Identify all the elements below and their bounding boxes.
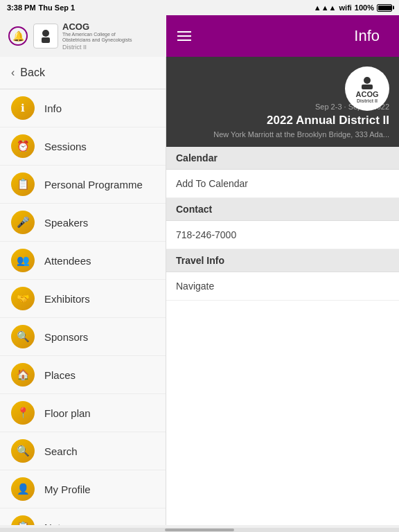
sidebar-item-personal-programme[interactable]: 📋 Personal Programme xyxy=(0,166,166,204)
speakers-label: Speakers xyxy=(44,217,88,229)
section-item-718-246-7000[interactable]: 718-246-7000 xyxy=(166,221,399,249)
floor-plan-icon: 📍 xyxy=(11,401,35,425)
sidebar-item-search[interactable]: 🔍 Search xyxy=(0,432,166,470)
status-day: Thu Sep 1 xyxy=(39,3,76,12)
bell-icon[interactable]: 🔔 xyxy=(8,26,28,46)
sidebar-item-places[interactable]: 🏠 Places xyxy=(0,356,166,394)
notes-label: Notes xyxy=(44,522,71,526)
acog-logo xyxy=(33,24,58,48)
svg-rect-1 xyxy=(42,37,50,43)
info-sections-container: CalendarAdd To CalendarContact718-246-70… xyxy=(166,147,399,301)
event-location: New York Marriott at the Brooklyn Bridge… xyxy=(213,130,389,139)
sidebar-item-info[interactable]: ℹ Info xyxy=(0,89,166,127)
sidebar-item-speakers[interactable]: 🎤 Speakers xyxy=(0,204,166,242)
acog-logo-area: ACOG The American College ofObstetrician… xyxy=(33,21,132,51)
hamburger-menu[interactable] xyxy=(177,31,191,41)
battery-text: 100% xyxy=(355,3,374,12)
header-right: Info xyxy=(166,15,399,57)
attendees-label: Attendees xyxy=(44,255,91,267)
back-arrow-icon: ‹ xyxy=(11,66,15,79)
floor-plan-label: Floor plan xyxy=(44,407,91,419)
sidebar-item-my-profile[interactable]: 👤 My Profile xyxy=(0,470,166,508)
exhibitors-label: Exhibitors xyxy=(44,293,90,305)
places-label: Places xyxy=(44,369,76,381)
battery-icon xyxy=(377,4,392,12)
section-header-travel-info: Travel Info xyxy=(166,249,399,272)
logo-text-area: ACOG The American College ofObstetrician… xyxy=(62,21,132,51)
section-item-add-to-calendar[interactable]: Add To Calendar xyxy=(166,170,399,198)
district-label: District II xyxy=(62,44,132,51)
right-panel: ACOG District II Sep 2-3 · Sep 2, 2022 2… xyxy=(166,57,399,525)
exhibitors-icon: 🤝 xyxy=(11,287,35,310)
places-icon: 🏠 xyxy=(11,363,35,387)
sidebar-item-exhibitors[interactable]: 🤝 Exhibitors xyxy=(0,280,166,318)
header-left: 🔔 ACOG The American College ofObstetrici… xyxy=(0,15,166,57)
personal-programme-icon: 📋 xyxy=(11,172,35,196)
info-label: Info xyxy=(44,103,62,114)
search-icon: 🔍 xyxy=(11,439,35,463)
back-button[interactable]: ‹ Back xyxy=(0,57,166,89)
top-header: 🔔 ACOG The American College ofObstetrici… xyxy=(0,15,399,57)
svg-point-2 xyxy=(364,77,371,84)
sidebar-item-attendees[interactable]: 👥 Attendees xyxy=(0,242,166,280)
sidebar-item-floor-plan[interactable]: 📍 Floor plan xyxy=(0,394,166,432)
section-header-calendar: Calendar xyxy=(166,147,399,170)
sponsors-label: Sponsors xyxy=(44,331,88,343)
logo-title: ACOG xyxy=(62,21,132,32)
scroll-indicator xyxy=(0,528,399,532)
header-title: Info xyxy=(354,27,388,45)
sidebar-items-container: ℹ Info ⏰ Sessions 📋 Personal Programme 🎤… xyxy=(0,89,166,525)
acog-svg xyxy=(36,26,55,46)
sidebar-item-notes[interactable]: 📋 Notes xyxy=(0,508,166,525)
badge-subtitle: District II xyxy=(357,98,378,103)
signal-icon: ▲▲▲ xyxy=(314,3,337,12)
content-area: ‹ Back ℹ Info ⏰ Sessions 📋 Personal Prog… xyxy=(0,57,399,525)
my-profile-label: My Profile xyxy=(44,484,91,495)
my-profile-icon: 👤 xyxy=(11,477,35,501)
speakers-icon: 🎤 xyxy=(11,211,35,234)
sessions-icon: ⏰ xyxy=(11,134,35,158)
svg-rect-3 xyxy=(362,85,373,89)
badge-title: ACOG xyxy=(356,90,379,98)
sidebar-item-sponsors[interactable]: 🔍 Sponsors xyxy=(0,318,166,356)
event-header: ACOG District II Sep 2-3 · Sep 2, 2022 2… xyxy=(166,57,399,147)
info-icon: ℹ xyxy=(11,96,35,120)
logo-sub: The American College ofObstetricians and… xyxy=(62,32,132,44)
svg-point-0 xyxy=(42,30,49,37)
section-header-contact: Contact xyxy=(166,198,399,221)
status-time: 3:38 PM xyxy=(7,3,36,12)
status-bar: 3:38 PM Thu Sep 1 ▲▲▲ wifi 100% xyxy=(0,0,399,15)
acog-badge: ACOG District II xyxy=(345,66,389,111)
event-name: 2022 Annual District II xyxy=(267,114,389,127)
sidebar-item-sessions[interactable]: ⏰ Sessions xyxy=(0,127,166,166)
search-label: Search xyxy=(44,445,78,457)
sidebar: ‹ Back ℹ Info ⏰ Sessions 📋 Personal Prog… xyxy=(0,57,166,525)
scroll-bar xyxy=(165,529,234,531)
section-item-navigate[interactable]: Navigate xyxy=(166,272,399,301)
sponsors-icon: 🔍 xyxy=(11,325,35,348)
back-label: Back xyxy=(20,66,45,79)
sessions-label: Sessions xyxy=(44,141,87,152)
attendees-icon: 👥 xyxy=(11,249,35,272)
wifi-icon: wifi xyxy=(339,3,352,12)
personal-programme-label: Personal Programme xyxy=(44,179,143,190)
notes-icon: 📋 xyxy=(11,515,35,525)
app-container: 🔔 ACOG The American College ofObstetrici… xyxy=(0,15,399,532)
